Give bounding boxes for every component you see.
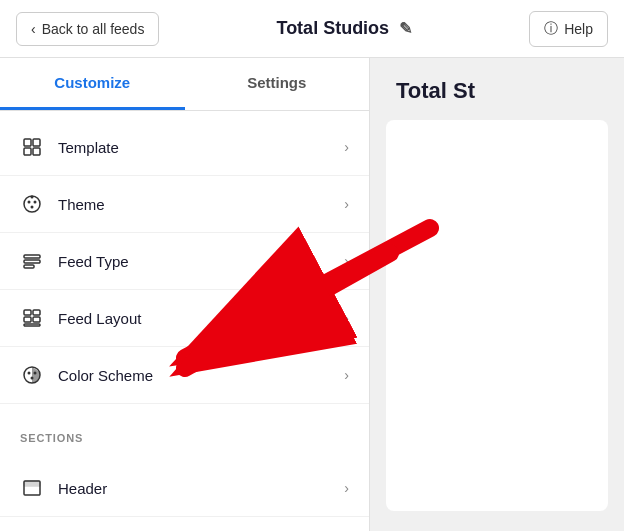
back-button[interactable]: ‹ Back to all feeds — [16, 12, 159, 46]
chevron-right-icon: › — [344, 310, 349, 326]
feed-type-icon — [20, 249, 44, 273]
svg-rect-3 — [33, 148, 40, 155]
main-layout: Customize Settings Template › — [0, 58, 624, 531]
help-button[interactable]: ⓘ Help — [529, 11, 608, 47]
template-icon — [20, 135, 44, 159]
menu-item-color-scheme-label: Color Scheme — [58, 367, 330, 384]
sections-items: Header › — [0, 452, 369, 525]
svg-point-18 — [28, 372, 31, 375]
menu-items: Template › Theme › — [0, 111, 369, 412]
menu-item-feed-layout-label: Feed Layout — [58, 310, 330, 327]
edit-icon[interactable]: ✎ — [399, 19, 412, 38]
menu-item-template[interactable]: Template › — [0, 119, 369, 176]
svg-rect-16 — [24, 324, 40, 326]
chevron-right-icon: › — [344, 139, 349, 155]
chevron-right-icon: › — [344, 480, 349, 496]
menu-item-color-scheme[interactable]: Color Scheme › — [0, 347, 369, 404]
help-label: Help — [564, 21, 593, 37]
menu-item-theme[interactable]: Theme › — [0, 176, 369, 233]
menu-item-template-label: Template — [58, 139, 330, 156]
help-circle-icon: ⓘ — [544, 20, 558, 38]
chevron-right-icon: › — [344, 253, 349, 269]
svg-rect-2 — [24, 148, 31, 155]
svg-point-8 — [31, 196, 34, 199]
tabs: Customize Settings — [0, 58, 369, 111]
back-label: Back to all feeds — [42, 21, 145, 37]
svg-rect-10 — [24, 260, 40, 263]
feed-title: Total Studios — [276, 18, 389, 39]
tab-customize[interactable]: Customize — [0, 58, 185, 110]
preview-box — [386, 120, 608, 511]
chevron-right-icon: › — [344, 367, 349, 383]
svg-rect-15 — [33, 317, 40, 322]
svg-rect-1 — [33, 139, 40, 146]
svg-rect-12 — [24, 310, 31, 315]
sidebar: Customize Settings Template › — [0, 58, 370, 531]
theme-icon — [20, 192, 44, 216]
chevron-right-icon: › — [344, 196, 349, 212]
menu-item-theme-label: Theme — [58, 196, 330, 213]
chevron-left-icon: ‹ — [31, 21, 36, 37]
color-scheme-icon — [20, 363, 44, 387]
svg-rect-0 — [24, 139, 31, 146]
svg-point-7 — [31, 206, 34, 209]
svg-rect-14 — [24, 317, 31, 322]
content-area: Total St — [370, 58, 624, 531]
svg-point-6 — [34, 201, 37, 204]
header-icon — [20, 476, 44, 500]
svg-rect-11 — [24, 265, 34, 268]
menu-item-header[interactable]: Header › — [0, 460, 369, 517]
menu-item-feed-type-label: Feed Type — [58, 253, 330, 270]
topbar-center: Total Studios ✎ — [276, 18, 412, 39]
svg-point-19 — [34, 372, 37, 375]
menu-item-header-label: Header — [58, 480, 330, 497]
svg-rect-22 — [24, 481, 40, 486]
menu-item-feed-type[interactable]: Feed Type › — [0, 233, 369, 290]
tab-settings[interactable]: Settings — [185, 58, 370, 110]
svg-point-5 — [28, 201, 31, 204]
feed-layout-icon — [20, 306, 44, 330]
preview-title: Total St — [386, 78, 475, 104]
svg-rect-9 — [24, 255, 40, 258]
svg-point-20 — [31, 377, 34, 380]
topbar: ‹ Back to all feeds Total Studios ✎ ⓘ He… — [0, 0, 624, 58]
menu-item-feed-layout[interactable]: Feed Layout › — [0, 290, 369, 347]
sections-label: SECTIONS — [0, 412, 369, 452]
svg-rect-13 — [33, 310, 40, 315]
